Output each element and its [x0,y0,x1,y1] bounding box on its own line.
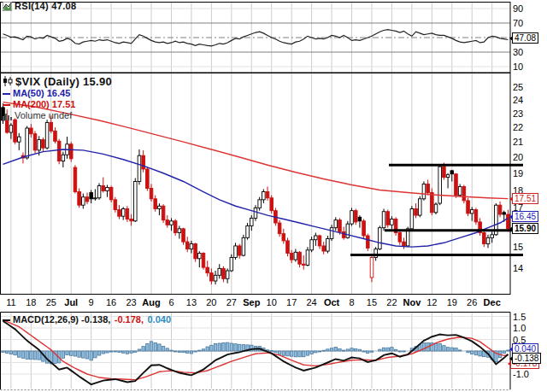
candle-body [210,273,214,281]
candle-body [85,197,89,202]
ma50-value-callout: 16.45 [512,211,538,222]
axis-label: 20 [513,152,523,162]
chart-canvas: 907030101.51.00.5-0.5-1.0252423222120191… [0,0,547,392]
macd-histogram-bar [158,344,161,351]
candle-body [310,240,314,250]
candle-body [446,175,450,178]
candle-body [418,199,421,215]
macd-histogram-bar [150,342,152,351]
macd-histogram-bar [346,349,349,351]
axis-label: 6 [168,297,174,307]
macd-histogram-bar [326,349,329,351]
axis-label: 70 [513,18,523,28]
macd-histogram-bar [230,343,232,351]
axis-label: 26 [467,297,477,307]
candle-body [226,271,229,278]
macd-histogram-bar [2,351,4,352]
macd-histogram-bar [97,351,100,355]
macd-histogram-bar [178,351,180,352]
candle-body [362,221,366,236]
candle-body [158,206,162,208]
candle-body [90,193,93,199]
macd-histogram-bar [242,345,244,351]
candle-body [491,235,494,238]
axis-label: Aug [142,297,160,307]
macd-histogram-bar [130,351,132,353]
macd-histogram-bar [446,348,449,351]
macd-histogram-bar [274,351,277,353]
macd-histogram-bar [38,351,40,360]
candle-body [486,237,490,243]
candle-body [150,188,153,198]
axis-label: 13 [186,297,197,307]
candle-body [17,137,21,142]
macd-histogram-bar [474,351,477,355]
macd-histogram-bar [270,351,273,352]
candle-body [290,254,293,260]
candle-body [318,236,321,246]
candle-body [202,254,205,268]
macd-histogram-bar [122,351,125,353]
candle-body [118,210,121,217]
stockchart-page: 907030101.51.00.5-0.5-1.0252423222120191… [0,0,547,392]
macd-histogram-bar [5,351,8,353]
macd-histogram-bar [342,350,344,351]
axis-label: 22 [386,297,397,307]
candle-body [286,241,290,254]
candle-body [315,236,318,240]
macd-histogram-bar [33,351,36,360]
candle-body [370,258,373,278]
candle-body [33,134,37,150]
axis-label: 21 [513,137,523,147]
candle-body [82,197,85,205]
candle-body [358,217,362,220]
axis-label: 90 [513,3,523,14]
candle-body [133,181,137,220]
candle-body [503,213,506,214]
candle-body [14,120,17,142]
candle-body [230,258,233,271]
macd-histogram-bar [290,351,292,356]
axis-label: 18 [26,297,36,307]
candle-body [330,228,333,239]
candle-body [298,252,302,264]
macd-histogram-bar [82,351,85,358]
candle-body [306,250,309,266]
macd-histogram-bar [70,351,73,355]
macd-histogram-bar [210,345,213,351]
axis-label: 30 [513,47,523,57]
candle-body [386,212,390,225]
axis-label: 10 [513,61,523,72]
candle-body [342,231,345,237]
macd-histogram-bar [398,351,401,352]
candle-body [57,141,61,161]
candle-body [422,184,426,198]
axis-label: Sep [243,297,260,307]
macd-histogram-bar [350,348,353,351]
macd-histogram-bar [182,351,185,353]
macd-histogram-bar [450,348,453,351]
axis-label: 9 [89,297,94,307]
macd-histogram-bar [394,349,397,351]
candle-body [142,155,145,169]
macd-histogram-bar [386,348,389,351]
macd-histogram-bar [315,351,317,353]
candle-body [282,234,285,241]
candle-body [434,204,438,213]
axis-label: 20 [206,297,216,307]
candle-body [346,224,350,237]
macd-histogram-bar [94,351,97,358]
macd-histogram-bar [26,351,28,359]
macd-histogram-bar [78,351,80,357]
macd-histogram-bar [318,351,321,352]
axis-label: 25 [513,82,523,92]
candle-body [178,229,181,233]
candle-body [350,211,354,225]
macd-histogram-bar [330,348,332,351]
candle-body [190,244,193,249]
macd-histogram-bar [190,351,192,354]
candle-body [222,268,226,278]
macd-histogram-bar [379,349,381,351]
macd-histogram-bar [62,351,64,358]
candle-body [278,223,281,234]
